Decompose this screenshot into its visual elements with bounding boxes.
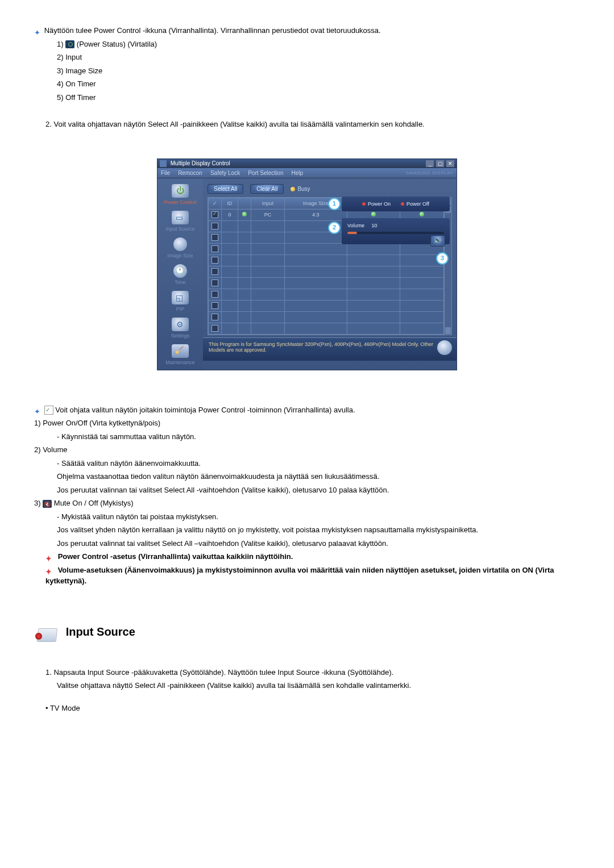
input-source-section-icon: [34, 625, 59, 645]
intro-line: ✦ Näyttöön tulee Power Control -ikkuna (…: [34, 25, 580, 36]
sec2-p2: • TV Mode: [45, 703, 580, 714]
maintenance-icon: [172, 344, 189, 358]
window-titlebar[interactable]: Multiple Display Control _ ▢ ✕: [157, 159, 457, 168]
mute-icon: [43, 500, 52, 508]
intro-text: Näyttöön tulee Power Control -ikkuna (Vi…: [44, 26, 381, 35]
row-checkbox[interactable]: [211, 291, 218, 298]
explain-2-b3: Jos peruutat valinnan tai valitset Selec…: [57, 485, 580, 496]
star-red-icon: ✦: [45, 566, 53, 574]
footer-badge-icon: [437, 340, 452, 355]
volume-slider[interactable]: [347, 232, 444, 234]
minimize-icon[interactable]: _: [426, 160, 434, 167]
row-checkbox[interactable]: [211, 234, 218, 241]
checkbox-icon: [44, 406, 53, 415]
sidebar: Power Control Input Source Image Size Ti…: [157, 178, 203, 370]
table-row[interactable]: [209, 243, 444, 254]
table-row[interactable]: [209, 254, 444, 266]
row-checkbox[interactable]: [211, 268, 218, 275]
sidebar-item-pip[interactable]: PIP: [157, 287, 203, 314]
status-footer: This Program is for Samsung SyncMaster 3…: [203, 337, 457, 361]
row-checkbox[interactable]: [211, 279, 218, 286]
sidebar-item-settings[interactable]: Settings: [157, 314, 203, 341]
brand-label: SAMSUNG DISPLAY: [406, 170, 453, 176]
menu-file[interactable]: File: [161, 170, 170, 176]
table-row[interactable]: [209, 277, 444, 289]
star-note-2: ✦ Volume-asetuksen (Äänenvoimakkuus) ja …: [45, 565, 580, 587]
volume-value: 10: [372, 223, 377, 228]
intro-note-2: 2. Voit valita ohjattavan näytön Select …: [45, 119, 580, 130]
select-all-button[interactable]: Select All: [208, 184, 243, 194]
menu-safety-lock[interactable]: Safety Lock: [210, 170, 240, 176]
row-checkbox[interactable]: [211, 245, 218, 252]
explain-1-title: 1) Power On/Off (Virta kytkettynä/pois): [34, 418, 580, 429]
power-buttons-box: Power On Power Off: [342, 197, 450, 211]
star-blue-icon: ✦: [34, 406, 42, 414]
explain-3-b2: Jos valitset yhden näytön kerrallaan ja …: [57, 524, 580, 536]
menu-remocon[interactable]: Remocon: [178, 170, 202, 176]
menu-port-selection[interactable]: Port Selection: [248, 170, 283, 176]
row-checkbox[interactable]: [211, 302, 218, 309]
scroll-down-icon[interactable]: [445, 327, 451, 335]
row-checkbox[interactable]: [211, 314, 218, 320]
window-controls[interactable]: _ ▢ ✕: [425, 160, 454, 167]
mute-button[interactable]: 🔊: [430, 235, 445, 247]
table-row[interactable]: [209, 300, 444, 311]
clear-all-button[interactable]: Clear All: [250, 184, 284, 194]
intro-item-5: 5) Off Timer: [57, 92, 580, 103]
maximize-icon[interactable]: ▢: [436, 160, 444, 167]
power-on-dot-icon: [242, 212, 247, 216]
busy-dot-icon: [291, 187, 295, 191]
sidebar-item-maintenance[interactable]: Maintenance: [157, 341, 203, 368]
sidebar-item-input-source[interactable]: Input Source: [157, 207, 203, 234]
star-red-icon: ✦: [45, 553, 53, 561]
image-size-icon: [173, 237, 187, 251]
intro-item-1: 1) (Power Status) (Virtatila): [57, 39, 580, 50]
row-checkbox[interactable]: [211, 257, 218, 264]
explain-3-b3: Jos peruutat valinnat tai valitset Selec…: [57, 538, 580, 549]
explain-3-b1: - Mykistää valitun näytön tai poistaa my…: [57, 511, 580, 523]
intro-item-2: 2) Input: [57, 52, 580, 63]
table-row[interactable]: [209, 323, 444, 334]
table-row[interactable]: [209, 311, 444, 323]
volume-box: Volume 10 🔊: [342, 218, 450, 244]
input-source-icon: [172, 211, 189, 224]
callout-1: 1: [328, 198, 341, 210]
table-row[interactable]: [209, 266, 444, 277]
explain-2-title: 2) Volume: [34, 444, 580, 456]
pip-icon: [172, 291, 189, 304]
app-icon: [160, 160, 167, 167]
star-blue-icon: ✦: [34, 27, 42, 35]
star-note-1: ✦ Power Control -asetus (Virranhallinta)…: [45, 551, 580, 562]
row-checkbox[interactable]: [211, 325, 218, 332]
sidebar-item-power-control[interactable]: Power Control: [157, 181, 203, 207]
main-area: Select All Clear All Busy ✓IDInputImage …: [203, 178, 457, 370]
row-checkbox[interactable]: [211, 223, 218, 229]
menubar: File Remocon Safety Lock Port Selection …: [157, 168, 457, 178]
explain-1-b1: - Käynnistää tai sammuttaa valitun näytö…: [57, 431, 580, 443]
callout-3: 3: [436, 252, 449, 265]
menu-help[interactable]: Help: [291, 170, 303, 176]
power-on-button[interactable]: Power On: [362, 201, 391, 207]
intro-item-4: 4) On Timer: [57, 78, 580, 90]
sec2-p1b: Valitse ohjattava näyttö Select All -pai…: [57, 680, 580, 691]
explain-2-b1: - Säätää valitun näytön äänenvoimakkuutt…: [57, 458, 580, 469]
volume-label: Volume: [347, 223, 364, 228]
red-dot-icon: [362, 202, 366, 206]
section-input-source-header: Input Source: [34, 623, 580, 648]
window-title: Multiple Display Control: [171, 160, 230, 166]
sec2-p1: 1. Napsauta Input Source -pääkuvaketta (…: [45, 667, 580, 678]
row-checkbox[interactable]: [211, 211, 218, 218]
table-row[interactable]: [209, 289, 444, 300]
close-icon[interactable]: ✕: [446, 160, 454, 167]
time-icon: [173, 264, 187, 278]
callout-2: 2: [328, 222, 341, 234]
control-panel: Power On Power Off Volume 10 🔊: [342, 197, 450, 244]
power-off-button[interactable]: Power Off: [401, 201, 429, 207]
intro-item-3: 3) Image Size: [57, 65, 580, 77]
power-status-icon: [65, 40, 74, 48]
sidebar-item-time[interactable]: Time: [157, 261, 203, 287]
app-window: Multiple Display Control _ ▢ ✕ File Remo…: [157, 158, 457, 370]
explain-lead: ✦ Voit ohjata valitun näytön joitakin to…: [34, 404, 580, 416]
power-icon: [172, 184, 189, 198]
sidebar-item-image-size[interactable]: Image Size: [157, 234, 203, 261]
